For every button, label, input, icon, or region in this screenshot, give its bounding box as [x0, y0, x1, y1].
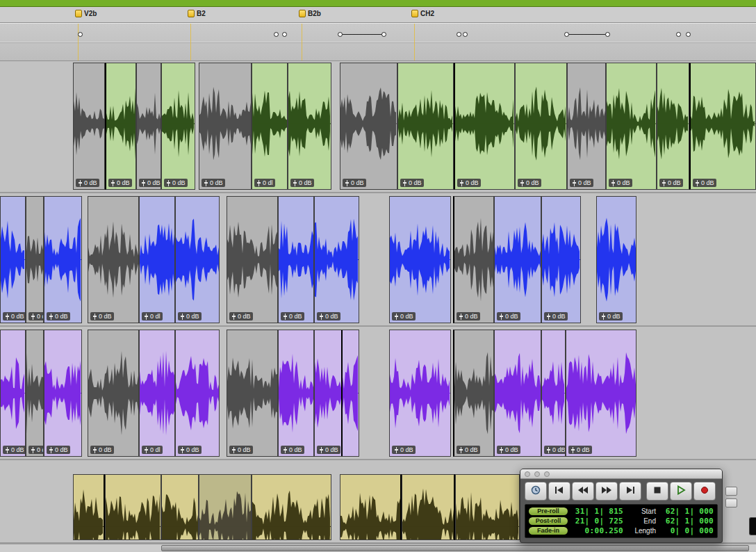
- audio-clip[interactable]: 0 dB: [227, 196, 278, 323]
- tempo-event-node[interactable]: [282, 32, 287, 37]
- clip-gain-badge[interactable]: 0 dB: [609, 179, 632, 187]
- clip-gain-badge[interactable]: 0 dB: [518, 179, 541, 187]
- online-button[interactable]: [525, 482, 547, 501]
- audio-clip[interactable]: 0 dB: [314, 330, 359, 457]
- window-minimize-button[interactable]: [534, 471, 540, 477]
- end-value[interactable]: 62| 1| 000: [658, 517, 714, 526]
- audio-clip[interactable]: 0 dB: [494, 196, 541, 323]
- audio-clip[interactable]: 0 dB: [44, 330, 82, 457]
- audio-clip[interactable]: [402, 474, 455, 540]
- tempo-event-node[interactable]: [686, 32, 691, 37]
- audio-clip[interactable]: 0 dB: [105, 63, 136, 190]
- marker-V2b[interactable]: V2b: [75, 10, 97, 17]
- clip-gain-badge[interactable]: 0 dB: [281, 312, 304, 320]
- audio-clip[interactable]: 0 dB: [278, 330, 314, 457]
- clip-gain-badge[interactable]: 0 dB: [544, 312, 568, 320]
- go-to-end-button[interactable]: [619, 482, 641, 501]
- play-button[interactable]: [670, 482, 692, 501]
- tempo-event-node[interactable]: [274, 32, 279, 37]
- audio-clip[interactable]: 0 dB: [340, 63, 397, 190]
- transport-titlebar[interactable]: [520, 469, 722, 479]
- clip-gain-badge[interactable]: 0 dB: [693, 179, 716, 187]
- clip-gain-badge[interactable]: 0 dB: [139, 179, 161, 187]
- expand-button-top[interactable]: [725, 487, 737, 496]
- clip-gain-badge[interactable]: 0 dB: [47, 312, 70, 320]
- clip-gain-badge[interactable]: 0 dB: [457, 446, 480, 454]
- audio-clip[interactable]: 0 dB: [541, 196, 581, 323]
- clip-gain-badge[interactable]: 0 dB: [457, 312, 480, 320]
- post-roll-value[interactable]: 21| 0| 725: [568, 517, 623, 526]
- stop-button[interactable]: [646, 482, 668, 501]
- clip-gain-badge[interactable]: 0 dB: [544, 446, 566, 454]
- fade-in-value[interactable]: 0:00.250: [568, 526, 623, 535]
- clip-gain-badge[interactable]: 0 dB: [178, 446, 202, 454]
- audio-clip[interactable]: 0 dB: [88, 196, 139, 323]
- tempo-event-node[interactable]: [457, 32, 461, 37]
- audio-clip[interactable]: 0 dB: [389, 330, 451, 457]
- length-value[interactable]: 0| 0| 000: [658, 526, 714, 535]
- audio-clip[interactable]: 0 dB: [0, 330, 26, 457]
- horizontal-scrollbar[interactable]: [0, 544, 756, 552]
- clip-gain-badge[interactable]: 0 d: [28, 312, 44, 320]
- timeline-ruler[interactable]: [0, 23, 756, 61]
- clip-gain-badge[interactable]: 0 dB: [202, 179, 225, 187]
- audio-clip[interactable]: 0 dB: [606, 63, 657, 190]
- audio-clip[interactable]: 0 dl: [139, 330, 175, 457]
- clip-gain-badge[interactable]: 0 dB: [164, 179, 188, 187]
- clip-gain-badge[interactable]: 0 dB: [47, 446, 70, 454]
- audio-clip[interactable]: 0 dB: [389, 196, 451, 323]
- audio-clip[interactable]: 0 dB: [199, 63, 252, 190]
- clip-gain-badge[interactable]: 0 dB: [497, 446, 520, 454]
- clip-gain-badge[interactable]: 0 dl: [142, 446, 163, 454]
- clip-gain-badge[interactable]: 0 dB: [108, 179, 132, 187]
- clip-gain-badge[interactable]: 0 dB: [178, 312, 202, 320]
- audio-clip[interactable]: 0 dB: [657, 63, 689, 190]
- audio-clip[interactable]: [73, 474, 105, 540]
- audio-clip[interactable]: 0 dB: [73, 63, 105, 190]
- return-to-zero-button[interactable]: [548, 482, 570, 501]
- audio-clip[interactable]: [199, 474, 252, 540]
- audio-clip[interactable]: 0 dB: [288, 63, 331, 190]
- tempo-event-node[interactable]: [676, 32, 681, 37]
- tempo-event-node[interactable]: [605, 32, 610, 37]
- audio-clip[interactable]: 0 dB: [44, 196, 82, 323]
- audio-clip[interactable]: 0 dB: [397, 63, 454, 190]
- expand-button-bottom[interactable]: [725, 498, 737, 508]
- clip-gain-badge[interactable]: 0 dB: [76, 179, 99, 187]
- tempo-event-node[interactable]: [463, 32, 468, 37]
- audio-clip[interactable]: 0 dB: [566, 330, 636, 457]
- audio-clip[interactable]: 0 dB: [515, 63, 567, 190]
- clip-gain-badge[interactable]: 0 dB: [497, 312, 520, 320]
- window-zoom-button[interactable]: [544, 471, 550, 477]
- rewind-button[interactable]: [572, 482, 594, 501]
- marker-B2b[interactable]: B2b: [299, 10, 321, 17]
- clip-gain-badge[interactable]: 0 dB: [392, 446, 416, 454]
- marker-CH2[interactable]: CH2: [411, 10, 434, 17]
- audio-clip[interactable]: 0 dB: [453, 196, 494, 323]
- clip-gain-badge[interactable]: 0 dB: [400, 179, 424, 187]
- audio-clip[interactable]: 0 dl: [252, 63, 288, 190]
- post-roll-button[interactable]: Post-roll: [529, 517, 568, 525]
- audio-clip[interactable]: 0 dl: [139, 196, 175, 323]
- audio-clip[interactable]: 0 dB: [161, 63, 195, 190]
- clip-gain-badge[interactable]: 0 dB: [281, 446, 304, 454]
- clip-gain-badge[interactable]: 0 dB: [90, 446, 114, 454]
- clip-gain-badge[interactable]: 0 dl: [142, 312, 163, 320]
- audio-clip[interactable]: 0 dB: [596, 196, 636, 323]
- audio-clip[interactable]: [340, 474, 402, 540]
- audio-clip[interactable]: 0 d: [26, 196, 44, 323]
- audio-clip[interactable]: 0 dB: [541, 330, 566, 457]
- audio-clip[interactable]: 0 dB: [0, 196, 26, 323]
- clip-gain-badge[interactable]: 0 dl: [254, 179, 275, 187]
- audio-clip[interactable]: 0 dB: [88, 330, 139, 457]
- audio-clip[interactable]: 0 dB: [567, 63, 606, 190]
- audio-clip[interactable]: 0 dB: [175, 196, 220, 323]
- fast-forward-button[interactable]: [595, 482, 618, 501]
- pre-roll-value[interactable]: 31| 1| 815: [568, 507, 623, 516]
- clip-gain-badge[interactable]: 0 dB: [570, 179, 593, 187]
- tempo-event-node[interactable]: [381, 32, 386, 37]
- audio-clip[interactable]: 0 dB: [278, 196, 314, 323]
- tempo-event-node[interactable]: [564, 32, 569, 37]
- clip-gain-badge[interactable]: 0 dB: [317, 446, 340, 454]
- clip-gain-badge[interactable]: 0 dB: [317, 312, 340, 320]
